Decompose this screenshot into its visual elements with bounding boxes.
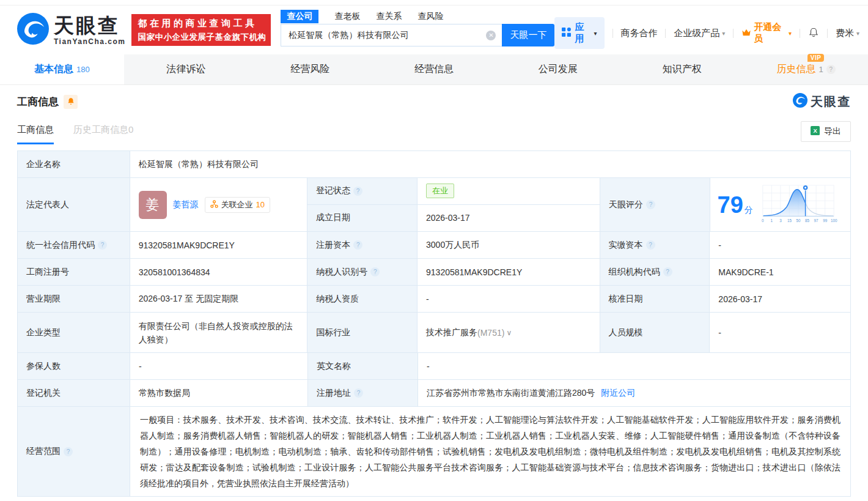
tianyancha-logo-icon — [17, 13, 49, 47]
table-row: 参保人数 - 英文名称 - — [18, 353, 850, 380]
svg-text:100: 100 — [831, 218, 837, 223]
monitor-bell-icon[interactable] — [64, 95, 78, 109]
open-vip-button[interactable]: 开通会员 ▾ — [741, 21, 792, 45]
tab-basic-count: 180 — [76, 65, 90, 74]
nearby-companies-link[interactable]: 附近公司 — [601, 388, 635, 399]
company-type-label: 企业类型 — [18, 313, 130, 352]
paid-capital-label: 实缴资本? — [600, 232, 710, 258]
tab-ip-label: 知识产权 — [663, 63, 702, 76]
help-icon[interactable]: ? — [98, 240, 107, 250]
subtab-business-info[interactable]: 工商信息 — [17, 124, 54, 144]
search-input[interactable] — [281, 24, 502, 46]
help-icon[interactable]: ? — [663, 267, 672, 276]
caret-down-icon: ▾ — [594, 30, 597, 37]
status-badge: 在业 — [426, 184, 454, 198]
help-icon[interactable]: ? — [646, 200, 655, 209]
table-row: 经营范围? 一般项目：技术服务、技术开发、技术咨询、技术交流、技术转让、技术推广… — [18, 407, 850, 496]
taxpayer-quality-label: 纳税人资质 — [307, 286, 417, 312]
search-tab-boss[interactable]: 查老板 — [334, 11, 360, 22]
caret-down-icon: ▾ — [722, 30, 725, 37]
table-row: 营业期限 2026-03-17 至 无固定期限 纳税人资质 - 核准日期 202… — [18, 286, 850, 313]
help-icon[interactable]: ? — [826, 65, 836, 74]
help-icon[interactable]: ? — [64, 447, 73, 456]
username: 费米 — [836, 28, 854, 39]
export-button[interactable]: X 导出 — [801, 121, 851, 142]
establish-date-label: 成立日期 — [307, 205, 417, 232]
legal-rep-name-link[interactable]: 姜哲源 — [173, 199, 199, 210]
divider — [827, 29, 828, 38]
tab-intellectual-property[interactable]: 知识产权 — [620, 54, 744, 84]
legal-rep-avatar[interactable]: 姜 — [139, 191, 167, 219]
nav-enterprise-label: 企业级产品 — [674, 28, 719, 39]
english-name-label: 英文名称 — [308, 353, 418, 379]
svg-text:15: 15 — [787, 218, 792, 223]
notification-bell-icon[interactable] — [808, 27, 819, 40]
legal-rep-value: 姜 姜哲源 关联企业 10 — [130, 178, 307, 231]
approval-date-value: 2026-03-17 — [710, 286, 850, 312]
top-divider — [0, 0, 868, 6]
reg-number-label: 工商注册号 — [18, 259, 130, 285]
tab-operating-risk[interactable]: 经营风险 — [248, 54, 372, 84]
logo-text: 天眼查 — [54, 15, 125, 35]
table-row: 工商注册号 320581001364834 纳税人识别号? 91320581MA… — [18, 259, 850, 286]
insured-value: - — [130, 353, 308, 379]
related-companies-badge[interactable]: 关联企业 10 — [205, 197, 270, 213]
search-tab-relation[interactable]: 查关系 — [376, 11, 402, 22]
score-distribution-chart: 0 1 3 15 50 85 97 99 100 — [759, 182, 837, 227]
banner-line2: 国家中小企业发展子基金旗下机构 — [138, 32, 265, 43]
business-term-value: 2026-03-17 至 无固定期限 — [130, 286, 308, 312]
reg-capital-value: 3000万人民币 — [417, 232, 600, 258]
search-tab-company[interactable]: 查公司 — [281, 10, 318, 23]
nav-business-cooperation[interactable]: 商务合作 — [620, 28, 657, 39]
related-companies-label: 关联企业 — [221, 199, 253, 210]
taxpayer-id-label: 纳税人识别号? — [307, 259, 417, 285]
subtab-history-business-info[interactable]: 历史工商信息0 — [73, 124, 133, 144]
industry-value[interactable]: 技术推广服务 (M751) ∨ — [417, 313, 600, 352]
apps-menu[interactable]: 应用 ▾ — [554, 17, 604, 49]
help-icon[interactable]: ? — [354, 388, 363, 398]
table-row: 法定代表人 姜 姜哲源 关联企业 10 登记状态 ? — [18, 178, 850, 232]
business-info-table: 企业名称 松延智展（常熟）科技有限公司 法定代表人 姜 姜哲源 关联企业 10 — [17, 150, 851, 497]
search-button[interactable]: 天眼一下 — [502, 24, 554, 46]
help-icon[interactable]: ? — [353, 240, 362, 250]
svg-text:99: 99 — [823, 218, 828, 223]
search-tab-riskcheck[interactable]: 查风险 — [417, 11, 443, 22]
svg-text:X: X — [813, 128, 817, 134]
tab-basic-label: 基本信息 — [34, 63, 73, 76]
basic-info-section: 工商信息 天眼查 工商信息 历史工商信息0 X 导出 企业名称 松延智展（常熟）… — [0, 93, 868, 497]
watermark-logo-icon — [793, 93, 807, 110]
watermark-text: 天眼查 — [811, 94, 851, 110]
tianyancha-logo[interactable]: 天眼查 TianYanCha.com — [17, 13, 125, 47]
crown-icon — [741, 28, 751, 39]
logo-domain: TianYanCha.com — [54, 38, 125, 45]
user-menu[interactable]: 费米 ▾ — [836, 28, 859, 39]
industry-code: (M751) — [477, 328, 504, 338]
help-icon[interactable]: ? — [370, 267, 380, 276]
tab-legal-proceedings[interactable]: 法律诉讼 — [124, 54, 248, 84]
staff-size-value: - — [710, 313, 850, 352]
reg-authority-value: 常熟市数据局 — [130, 380, 308, 406]
svg-text:0: 0 — [762, 218, 764, 223]
tab-company-development[interactable]: 公司发展 — [496, 54, 620, 84]
export-label: 导出 — [824, 126, 841, 137]
svg-text:1: 1 — [770, 218, 773, 223]
tab-operating-info[interactable]: 经营信息 — [372, 54, 496, 84]
company-name-value: 松延智展（常熟）科技有限公司 — [130, 151, 850, 177]
company-tab-bar: 基本信息 180 法律诉讼 经营风险 经营信息 公司发展 知识产权 历史信息 V… — [0, 54, 868, 85]
search-area: 查公司 查老板 查关系 查风险 ✕ 天眼一下 — [281, 9, 554, 46]
tab-history-info[interactable]: 历史信息 VIP 1 ? — [744, 54, 868, 84]
top-nav: 应用 ▾ 商务合作 企业级产品 ▾ 开通会员 ▾ 费米 ▾ — [554, 17, 859, 49]
nav-enterprise-products[interactable]: 企业级产品 ▾ — [674, 28, 725, 39]
tab-basic-info[interactable]: 基本信息 180 — [0, 54, 124, 84]
org-code-label: 组织机构代码? — [600, 259, 710, 285]
industry-label: 国标行业 — [307, 313, 417, 352]
help-icon[interactable]: ? — [353, 187, 362, 196]
company-type-value: 有限责任公司（非自然人投资或控股的法人独资） — [130, 313, 308, 352]
reg-address-label: 注册地址? — [308, 380, 418, 406]
tab-operation-label: 经营信息 — [414, 63, 454, 76]
taxpayer-quality-value: - — [417, 286, 600, 312]
divider — [800, 29, 800, 38]
promo-banner: 都在用的商业查询工具 国家中小企业发展子基金旗下机构 — [131, 14, 271, 46]
help-icon[interactable]: ? — [646, 240, 655, 250]
reg-number-value: 320581001364834 — [130, 259, 308, 285]
